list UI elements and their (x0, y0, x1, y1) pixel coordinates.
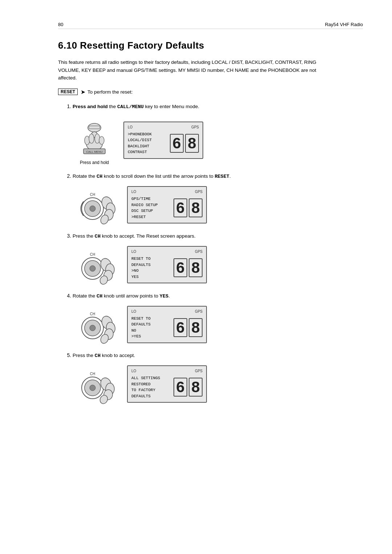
svg-text:CALL MENU: CALL MENU (86, 150, 103, 153)
step-1-lcd-line3: BACKLIGHT (128, 143, 167, 149)
step-5-lcd-content: ALL SETTINGS RESTORED TO FACTORY DEFAULT… (131, 375, 203, 399)
step-4-illustration: CH LO GPS (73, 304, 363, 344)
step-4-ch: CH (97, 294, 102, 299)
step-5-digit-2: 8 (189, 378, 203, 397)
step-4-text: Rotate the CH knob until arrow points to… (73, 292, 363, 300)
step-4-digit-2: 8 (189, 318, 203, 337)
arrow-right-icon: ➤ (81, 89, 85, 95)
step-4-lcd-line2: DEFAULTS (131, 321, 171, 328)
step-5-lcd-line1: ALL SETTINGS (131, 375, 171, 381)
step-5-ch: CH (95, 353, 101, 358)
step-5-lcd-line4: DEFAULTS (131, 393, 171, 399)
step-2-lcd: LO GPS GPS/TIME RADIO SETUP DSC SETUP >R… (127, 186, 207, 223)
section-title: 6.10 Resetting Factory Defaults (58, 40, 363, 51)
svg-point-20 (90, 266, 95, 271)
step-1-hand-container: CALL MENU Press and hold (73, 115, 116, 165)
svg-point-28 (90, 325, 95, 331)
step-1-bold: Press and hold (73, 104, 108, 109)
step-2-hand-container: CH (73, 185, 120, 225)
step-2-lcd-text: GPS/TIME RADIO SETUP DSC SETUP >RESET (131, 196, 171, 220)
step-2-lcd-line2: RADIO SETUP (131, 202, 171, 208)
step-4-lcd-digits: 6 8 (173, 318, 203, 337)
step-2-lcd-top: LO GPS (131, 190, 203, 194)
step-2-illustration: CH LO GP (73, 185, 363, 225)
step-3-digit-1: 6 (173, 258, 187, 277)
step-3-hand-svg: CH (73, 245, 120, 285)
reset-badge: RESET (58, 89, 78, 95)
step-4-lcd-gps: GPS (195, 309, 203, 313)
step-4-hand-container: CH (73, 304, 120, 344)
svg-text:CH: CH (90, 312, 95, 316)
step-3-lcd: LO GPS RESET TO DEFAULTS >NO YES 6 (127, 246, 207, 283)
step-5-digit-1: 6 (173, 378, 187, 397)
step-3-ch: CH (95, 234, 101, 239)
step-4-lcd-top: LO GPS (131, 309, 203, 313)
step-5-hand-container: CH (73, 364, 120, 404)
step-3-digit-2: 8 (189, 258, 203, 277)
step-2-text: Rotate the CH knob to scroll down the li… (73, 172, 363, 181)
step-4-lcd: LO GPS RESET TO DEFAULTS NO >YES 6 (127, 306, 207, 343)
svg-text:CH: CH (90, 372, 95, 376)
step-2-lcd-digits: 6 8 (173, 198, 203, 217)
svg-point-12 (90, 206, 95, 212)
step-2-digit-1: 6 (173, 198, 187, 217)
step-4-lcd-line1: RESET TO (131, 316, 171, 322)
step-5-illustration: CH LO GPS (73, 364, 363, 404)
svg-text:CH: CH (90, 193, 95, 197)
step-1-lcd-lo: LO (128, 125, 132, 129)
steps-list: Press and hold the CALL/MENU key to ente… (65, 103, 363, 404)
step-4-lcd-text: RESET TO DEFAULTS NO >YES (131, 316, 171, 340)
svg-rect-1 (89, 126, 100, 129)
step-1-lcd-gps: GPS (191, 125, 199, 129)
step-1-text: Press and hold the CALL/MENU key to ente… (73, 103, 363, 111)
step-5-lcd-line2: RESTORED (131, 381, 171, 387)
page-header-title: Ray54 VHF Radio (325, 22, 363, 27)
step-2-lcd-content: GPS/TIME RADIO SETUP DSC SETUP >RESET 6 … (131, 196, 203, 220)
step-1-lcd-line2: LOCAL/DIST (128, 137, 167, 143)
step-1-digit-2: 8 (185, 134, 199, 153)
step-3-lcd-top: LO GPS (131, 250, 203, 254)
step-1-hand-svg: CALL MENU (73, 115, 116, 159)
step-5-lcd: LO GPS ALL SETTINGS RESTORED TO FACTORY … (127, 365, 207, 403)
step-3-hand-container: CH (73, 245, 120, 285)
page-header: 80 Ray54 VHF Radio (58, 22, 363, 29)
svg-point-7 (99, 136, 104, 144)
step-3-lcd-content: RESET TO DEFAULTS >NO YES 6 8 (131, 256, 203, 280)
step-2-digit-2: 8 (189, 198, 203, 217)
step-5-lcd-lo: LO (131, 369, 136, 373)
step-2-hand-svg: CH (73, 185, 120, 225)
step-1-key: CALL/MENU (117, 104, 144, 110)
step-3-lcd-digits: 6 8 (173, 258, 203, 277)
steps-container: Press and hold the CALL/MENU key to ente… (58, 103, 363, 404)
step-5-lcd-digits: 6 8 (173, 378, 203, 397)
step-3-lcd-line2: DEFAULTS (131, 262, 171, 268)
step-5-hand-svg: CH (73, 364, 120, 404)
step-3-lcd-line1: RESET TO (131, 256, 171, 262)
step-5-text: Press the CH knob to accept. (73, 352, 363, 360)
step-3-illustration: CH LO GPS (73, 245, 363, 285)
step-3-lcd-gps: GPS (195, 250, 203, 254)
svg-text:CH: CH (90, 253, 95, 257)
step-4-hand-svg: CH (73, 304, 120, 344)
step-2-lcd-line3: DSC SETUP (131, 208, 171, 214)
step-5: Press the CH knob to accept. CH (73, 352, 363, 404)
step-3: Press the CH knob to accept. The Reset s… (73, 232, 363, 285)
step-4-lcd-content: RESET TO DEFAULTS NO >YES 6 8 (131, 316, 203, 340)
step-1: Press and hold the CALL/MENU key to ente… (73, 103, 363, 165)
step-1-lcd-content: >PHONEBOOK LOCAL/DIST BACKLIGHT CONTRAST… (128, 131, 199, 155)
svg-point-5 (89, 134, 94, 143)
step-3-text: Press the CH knob to accept. The Reset s… (73, 232, 363, 241)
step-3-lcd-line4: YES (131, 274, 171, 280)
intro-paragraph: This feature returns all radio settings … (58, 58, 330, 82)
step-2-lcd-line4: >RESET (131, 214, 171, 220)
step-1-illustration: CALL MENU Press and hold LO GPS >PHONEBO… (73, 115, 363, 165)
step-1-hand-label: Press and hold (80, 160, 109, 165)
step-5-lcd-top: LO GPS (131, 369, 203, 373)
step-2-reset: RESET (215, 174, 229, 179)
step-2-lcd-lo: LO (131, 190, 136, 194)
svg-point-36 (90, 385, 95, 391)
step-1-lcd-digits: 6 8 (170, 134, 199, 153)
step-5-lcd-gps: GPS (195, 369, 203, 373)
step-2-lcd-line1: GPS/TIME (131, 196, 171, 202)
step-4-digit-1: 6 (173, 318, 187, 337)
